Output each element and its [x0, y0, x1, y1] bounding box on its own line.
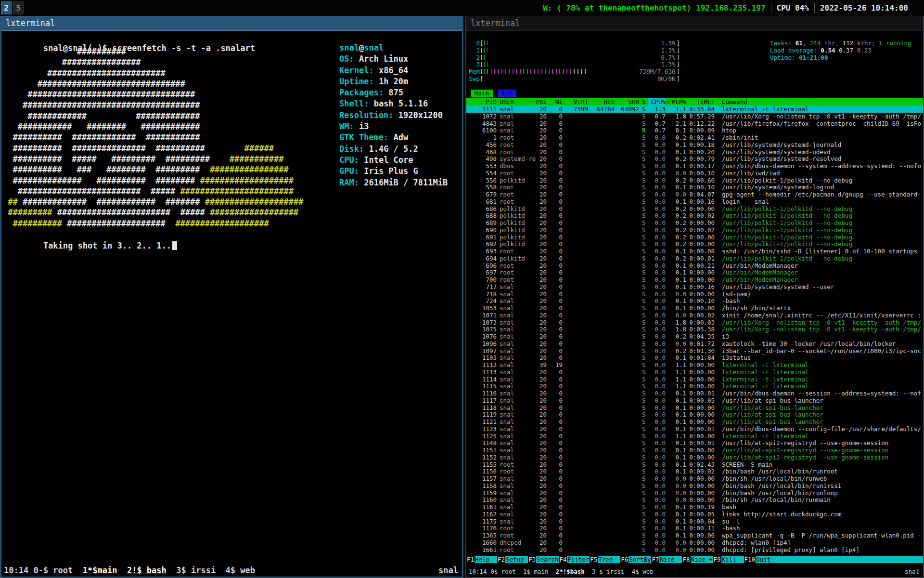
- process-row[interactable]: 1159snal200768840083356S0.00.00:00.00/bi…: [466, 489, 923, 497]
- process-row[interactable]: 689polkitd2002514M1964415824S0.00.20:00.…: [466, 219, 923, 226]
- process-row[interactable]: 1148snal200157M60045244S0.00.10:00.01/us…: [466, 439, 923, 447]
- process-row[interactable]: 686polkitd2002514M1964415824S0.00.20:00.…: [466, 205, 923, 212]
- htop-tab-io[interactable]: I/O: [498, 90, 516, 97]
- column-header-pid[interactable]: PID: [466, 98, 497, 105]
- workspace-button-2[interactable]: 2: [1, 1, 12, 14]
- fkey-label-quit[interactable]: Quit: [756, 556, 778, 563]
- process-row[interactable]: 1115snal200739M8478464092S0.01.10:00.00l…: [466, 382, 923, 390]
- process-row[interactable]: 688polkitd2002514M1964415824S0.00.20:00.…: [466, 212, 923, 219]
- fkey-f6[interactable]: F6: [620, 556, 629, 563]
- process-row[interactable]: 1112snal3919739M8478464092S0.01.10:00.00…: [466, 361, 923, 368]
- column-header-ni[interactable]: NI: [549, 98, 563, 105]
- fkey-label-tree[interactable]: Tree: [598, 556, 620, 563]
- process-row[interactable]: 1121snal200300M72486416S0.00.10:00.00/us…: [466, 418, 923, 425]
- process-row[interactable]: 1114snal200739M8478464092S0.01.10:00.00l…: [466, 376, 923, 383]
- process-row[interactable]: 724snal200860853083716S0.00.10:00.10-bas…: [466, 297, 923, 304]
- process-row[interactable]: 556polkitd2002514M1964415824S0.00.20:00.…: [466, 177, 923, 184]
- process-row[interactable]: 1072snal200471M140M123MS0.71.80:57.29/us…: [466, 113, 923, 120]
- fkey-f5[interactable]: F5: [590, 556, 598, 563]
- process-row[interactable]: 1123snal200837241403760S0.00.10:00.01/us…: [466, 425, 923, 433]
- fkey-label-filter[interactable]: Filter: [567, 556, 590, 563]
- window-lxterminal-htop[interactable]: lxterminal 0[1.3%]1[1.3%]2[0.7%]3[1.3%]M…: [465, 16, 924, 578]
- process-row[interactable]: 1116snal200851242883908S0.00.10:00.01/us…: [466, 390, 923, 397]
- process-row[interactable]: 1155root2001309682401764S0.00.10:02.43SC…: [466, 461, 923, 468]
- process-row[interactable]: 1117snal200300M72486416S0.00.10:00.05/us…: [466, 397, 923, 404]
- titlebar-focused[interactable]: lxterminal: [1, 16, 462, 31]
- process-row[interactable]: 1096snal200430428322540S0.00.00:01.72xau…: [466, 340, 923, 347]
- process-row[interactable]: 554root2001553630602816S0.00.00:00.10/us…: [466, 170, 923, 177]
- htop-tab-main[interactable]: Main: [471, 90, 493, 97]
- fkey-label-setup[interactable]: Setup: [505, 556, 528, 563]
- process-row[interactable]: 1151snal200157M60045244S0.00.10:00.00/us…: [466, 447, 923, 454]
- process-row[interactable]: 1111snal200739M8478464092S1.31.10:33.84l…: [466, 105, 923, 113]
- fkey-label-search[interactable]: Search: [536, 556, 559, 563]
- column-header-command[interactable]: Command: [722, 98, 921, 105]
- column-header-cpu[interactable]: CPU%: [648, 98, 666, 105]
- process-row[interactable]: 1097snal200161M1256811012S0.00.20:01.30i…: [466, 347, 923, 355]
- process-row[interactable]: 498systemd-re200202681260810196S0.00.20:…: [466, 155, 923, 162]
- process-row[interactable]: 6100snal200938854003668R0.70.10:00.09hto…: [466, 127, 923, 134]
- process-row[interactable]: 1073snal200471M140M123MS0.01.80:00.03/us…: [466, 319, 923, 326]
- process-row[interactable]: 717snal20017912108729100S0.00.10:00.16/u…: [466, 283, 923, 290]
- process-row[interactable]: 1119snal200300M72486416S0.00.10:00.00/us…: [466, 411, 923, 418]
- process-row[interactable]: 1175snal2001002445203980S0.00.10:00.04su…: [466, 518, 923, 525]
- column-header-virt[interactable]: VIRT: [564, 98, 588, 105]
- process-row[interactable]: 468root20032384104007616S0.00.10:00.20/u…: [466, 148, 923, 156]
- process-row[interactable]: 1152snal200157M60045244S0.00.10:00.00/us…: [466, 454, 923, 461]
- column-header-res[interactable]: RES: [590, 98, 615, 105]
- process-row[interactable]: 4843snal2002476M164M114MS0.72.10:12.22/u…: [466, 120, 923, 127]
- process-row[interactable]: 1076snal200165M1716811308S0.00.20:04.35i…: [466, 333, 923, 340]
- process-row[interactable]: 1660dhcpcd200318816521340S0.00.00:00.00d…: [466, 539, 923, 546]
- titlebar-unfocused[interactable]: lxterminal: [466, 16, 923, 31]
- process-row[interactable]: 691polkitd2002514M1964415824S0.00.20:00.…: [466, 234, 923, 241]
- process-row[interactable]: 1158snal200768839683320S0.00.00:00.00/bi…: [466, 482, 923, 489]
- fkey-f10[interactable]: F10: [744, 556, 756, 563]
- column-header-shr[interactable]: SHR: [616, 98, 639, 105]
- process-row[interactable]: 693root200879261245412S0.00.10:00.08sshd…: [466, 248, 923, 255]
- process-row[interactable]: 692polkitd2002514M1964415824S0.00.20:00.…: [466, 240, 923, 248]
- process-row[interactable]: 1661root200318816961400S0.00.00:00.00dhc…: [466, 546, 923, 553]
- process-row[interactable]: 1176root200890055563720S0.00.10:00.11-ba…: [466, 525, 923, 532]
- column-header-pri[interactable]: PRI: [529, 98, 547, 105]
- fkey-f3[interactable]: F3: [528, 556, 536, 563]
- process-row[interactable]: 1root200162M126409696S0.00.20:02.41/sbin…: [466, 134, 923, 141]
- htop-content[interactable]: 0[1.3%]1[1.3%]2[0.7%]3[1.3%]Mem[739M/7.6…: [466, 31, 923, 577]
- fkey-label-nice[interactable]: Nice -: [659, 556, 682, 563]
- process-row[interactable]: 456root20023896101929192S0.00.10:00.18/u…: [466, 141, 923, 148]
- fkey-f1[interactable]: F1: [466, 556, 475, 563]
- fkey-label-kill[interactable]: Kill: [721, 556, 744, 563]
- process-row[interactable]: 700root200308M114689680S0.00.10:00.00/us…: [466, 276, 923, 283]
- terminal-content[interactable]: snal@snal(~)$ screenfetch -s -t -a .snal…: [1, 31, 462, 577]
- fkey-label-help[interactable]: Help: [475, 556, 497, 563]
- process-row[interactable]: 1160snal200755629682648S0.00.00:00.00/bi…: [466, 496, 923, 503]
- process-row[interactable]: 1103snal2001512456404484S0.00.10:01.84i3…: [466, 354, 923, 361]
- fkey-label-sortby[interactable]: SortBy: [629, 556, 651, 563]
- process-row[interactable]: 1053snal200768842563596S0.00.10:00.00/bi…: [466, 304, 923, 312]
- workspace-button-5[interactable]: 5: [13, 1, 24, 14]
- process-row[interactable]: 681root200808449124220S0.00.10:00.16logi…: [466, 198, 923, 205]
- process-table-header[interactable]: PIDUSERPRINIVIRTRESSHRSCPU%MEM%TIME+Comm…: [466, 98, 923, 105]
- process-row[interactable]: 1162snal2001079257204864S0.00.10:00.05li…: [466, 511, 923, 518]
- process-row[interactable]: 558root2004875282487300S0.00.10:00.10/us…: [466, 184, 923, 191]
- process-row[interactable]: 1113snal200739M8478464092S0.01.10:00.00l…: [466, 368, 923, 376]
- process-row[interactable]: 718snal200101M30724S0.00.00:00.00(sd-pam…: [466, 290, 923, 298]
- process-row[interactable]: 1118snal200300M72486416S0.00.10:00.00/us…: [466, 404, 923, 411]
- process-row[interactable]: 1161snal200873253763720S0.00.10:00.19bas…: [466, 503, 923, 511]
- window-lxterminal-screenfetch[interactable]: lxterminal snal@snal(~)$ screenfetch -s …: [0, 16, 463, 578]
- column-header-time[interactable]: TIME+: [688, 98, 715, 105]
- fkey-f9[interactable]: F9: [713, 556, 721, 563]
- process-row[interactable]: 1071snal200417612681128S0.00.00:00.02xin…: [466, 312, 923, 319]
- fkey-f2[interactable]: F2: [497, 556, 505, 563]
- column-header-s[interactable]: S: [642, 98, 648, 105]
- fkey-f4[interactable]: F4: [559, 556, 567, 563]
- process-row[interactable]: 1157snal200755632482904S0.00.00:00.00/bi…: [466, 475, 923, 482]
- process-row[interactable]: 694polkitd2002514M1964415824S0.00.20:00.…: [466, 255, 923, 262]
- process-row[interactable]: 1125snal200739M8478464092S0.01.10:00.00l…: [466, 433, 923, 440]
- fkey-f7[interactable]: F7: [651, 556, 659, 563]
- process-row[interactable]: 690polkitd2002514M1964415824S0.00.20:00.…: [466, 226, 923, 234]
- process-row[interactable]: 679root200151M16961216S0.00.00:04.07gpg-…: [466, 191, 923, 198]
- process-row[interactable]: 696root200308M114689680S0.00.10:00.21/us…: [466, 262, 923, 269]
- process-row[interactable]: 1156root200848842403588S0.00.10:00.02/bi…: [466, 468, 923, 475]
- process-row[interactable]: 553dbus200885650284360S0.00.10:00.17/usr…: [466, 162, 923, 170]
- fkey-label-nice[interactable]: Nice +: [691, 556, 713, 563]
